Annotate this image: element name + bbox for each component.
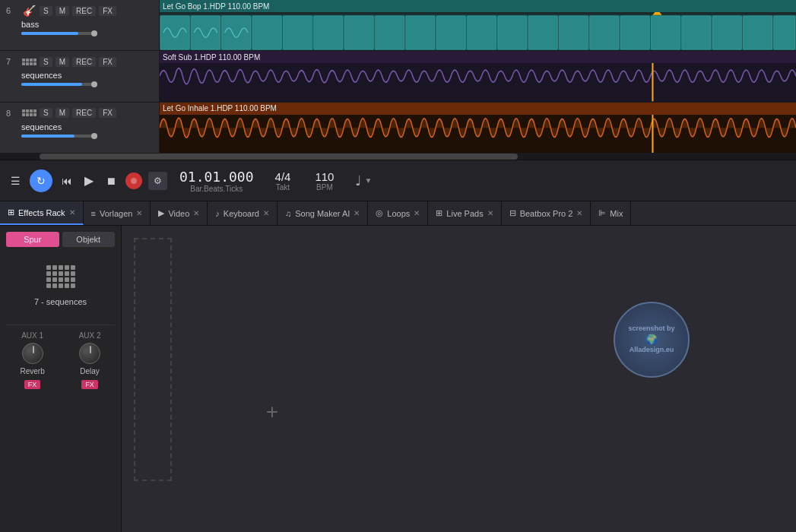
instrument-name: 7 - sequences [6, 297, 115, 306]
add-effect-btn[interactable]: + [261, 401, 284, 423]
panel-tabs: Spur Objekt [6, 232, 115, 247]
aux-section: AUX 1 Reverb FX AUX 2 Delay FX [6, 325, 115, 389]
loops-tab-icon: ◎ [376, 208, 383, 218]
mix-tab-label: Mix [610, 209, 623, 218]
effects-panel: Spur Objekt 7 - sequences AUX 1 Reverb F… [0, 226, 796, 532]
track-row: 7 S M REC FX sequences Soft Sub 1.HDP 11 [0, 51, 796, 102]
songmaker-tab-close[interactable]: ✕ [354, 209, 360, 217]
panel-tab-objekt[interactable]: Objekt [62, 232, 116, 247]
livepads-tab-label: Live Pads [446, 209, 483, 218]
bpm-label: BPM [316, 183, 333, 192]
stop-btn[interactable]: ⏹ [103, 172, 119, 190]
loops-tab-close[interactable]: ✕ [414, 209, 420, 217]
settings-btn[interactable]: ⚙ [148, 172, 167, 190]
svg-rect-6 [314, 16, 343, 49]
mix-tab-icon: ⊫ [598, 208, 606, 218]
tab-songmaker[interactable]: ♫ Song Maker AI ✕ [277, 201, 368, 225]
track-row: 8 S M REC FX sequences Let Go Inhale 1.H… [0, 103, 796, 154]
play-btn[interactable]: ▶ [81, 170, 97, 191]
video-tab-close[interactable]: ✕ [193, 209, 199, 217]
livepads-tab-icon: ⊞ [436, 208, 442, 218]
track-content-7[interactable]: Soft Sub 1.HDP 110.00 BPM [160, 51, 796, 101]
svg-rect-15 [590, 16, 619, 49]
svg-rect-2 [191, 16, 220, 49]
track-rec-8[interactable]: REC [72, 108, 96, 118]
transport-bar: ☰ ↻ ⏮ ▶ ⏹ ⚙ 01.01.000 Bar.Beats.Ticks 4/… [0, 160, 796, 201]
keyboard-tab-icon: ♪ [215, 209, 220, 218]
track-header-8: 8 S M REC FX sequences [0, 103, 160, 153]
effects-rack-tab-close[interactable]: ✕ [69, 208, 75, 217]
effects-rack-tab-icon: ⊞ [8, 207, 14, 217]
aux2-fx-badge[interactable]: FX [81, 380, 98, 389]
track-number-6: 6 [6, 6, 18, 15]
tab-video[interactable]: ▶ Video ✕ [151, 201, 208, 225]
horizontal-scrollbar[interactable] [0, 154, 796, 160]
time-signature-display: 4/4 Takt [275, 170, 291, 192]
track-solo-7[interactable]: S [40, 57, 52, 67]
track-fader-6[interactable] [21, 32, 97, 35]
track-mute-6[interactable]: M [55, 6, 69, 16]
aux2-knob[interactable] [79, 343, 100, 364]
time-signature-value: 4/4 [275, 170, 291, 183]
tab-loops[interactable]: ◎ Loops ✕ [368, 201, 428, 225]
loop-btn[interactable]: ↻ [30, 169, 52, 192]
beatbox-tab-close[interactable]: ✕ [576, 209, 582, 217]
track-name-8: sequences [6, 122, 153, 131]
transport-time-value: 01.01.000 [179, 169, 254, 185]
panel-main: + screenshot by 🌍 Alladesign.eu [122, 226, 796, 532]
track-label-8: Let Go Inhale 1.HDP 110.00 BPM [160, 103, 796, 115]
track-rec-6[interactable]: REC [72, 6, 96, 16]
track-fader-8[interactable] [21, 135, 97, 138]
track-rec-7[interactable]: REC [72, 57, 96, 67]
svg-rect-21 [774, 16, 795, 49]
beatbox-tab-label: Beatbox Pro 2 [520, 209, 573, 218]
metronome-area[interactable]: ♩ ▼ [355, 173, 372, 189]
track-content-8[interactable]: Let Go Inhale 1.HDP 110.00 BPM [160, 103, 796, 153]
track-label-6: Let Go Bop 1.HDP 110.00 BPM [160, 0, 796, 12]
track-content-6[interactable]: Let Go Bop 1.HDP 110.00 BPM [160, 0, 796, 50]
track-fader-7[interactable] [21, 83, 97, 86]
tab-vorlagen[interactable]: ≡ Vorlagen ✕ [84, 201, 151, 225]
track-row: 6 🎸 S M REC FX bass Let Go Bop 1.HDP 110… [0, 0, 796, 51]
svg-rect-13 [528, 16, 557, 49]
songmaker-tab-icon: ♫ [285, 209, 291, 218]
panel-left: Spur Objekt 7 - sequences AUX 1 Reverb F… [0, 226, 122, 532]
panel-tab-spur[interactable]: Spur [6, 232, 59, 247]
track-fx-8[interactable]: FX [99, 108, 116, 118]
svg-rect-11 [467, 16, 496, 49]
vorlagen-tab-icon: ≡ [91, 209, 96, 218]
track-header-7: 7 S M REC FX sequences [0, 51, 160, 101]
aux1-item: AUX 1 Reverb FX [20, 331, 44, 389]
track-mute-8[interactable]: M [55, 108, 69, 118]
vorlagen-tab-close[interactable]: ✕ [136, 209, 142, 217]
livepads-tab-close[interactable]: ✕ [487, 209, 493, 217]
bass-icon: 🎸 [21, 3, 36, 18]
svg-rect-19 [712, 16, 741, 49]
tab-mix[interactable]: ⊫ Mix [591, 201, 631, 225]
loops-tab-label: Loops [387, 209, 410, 218]
tab-effects-rack[interactable]: ⊞ Effects Rack ✕ [0, 201, 84, 225]
transport-time-display: 01.01.000 Bar.Beats.Ticks [179, 169, 254, 193]
sequencer-grid-icon [46, 265, 75, 288]
track-fx-6[interactable]: FX [99, 6, 116, 16]
aux1-knob[interactable] [22, 343, 43, 364]
aux1-fx-badge[interactable]: FX [24, 380, 41, 389]
keyboard-tab-close[interactable]: ✕ [263, 209, 269, 217]
tab-beatbox[interactable]: ⊟ Beatbox Pro 2 ✕ [502, 201, 591, 225]
track-mute-7[interactable]: M [55, 57, 69, 67]
svg-rect-14 [559, 16, 588, 49]
svg-rect-3 [222, 16, 251, 49]
seq-icon-7 [21, 54, 36, 69]
tab-keyboard[interactable]: ♪ Keyboard ✕ [208, 201, 277, 225]
menu-btn[interactable]: ☰ [8, 172, 24, 190]
svg-rect-9 [406, 16, 435, 49]
track-solo-6[interactable]: S [40, 6, 52, 16]
track-solo-8[interactable]: S [40, 108, 52, 118]
track-name-7: sequences [6, 71, 153, 80]
record-btn[interactable] [125, 173, 142, 189]
rewind-btn[interactable]: ⏮ [59, 172, 75, 190]
track-fx-7[interactable]: FX [99, 57, 116, 67]
svg-rect-10 [436, 16, 465, 49]
aux1-label: AUX 1 [21, 331, 43, 340]
tab-livepads[interactable]: ⊞ Live Pads ✕ [428, 201, 501, 225]
